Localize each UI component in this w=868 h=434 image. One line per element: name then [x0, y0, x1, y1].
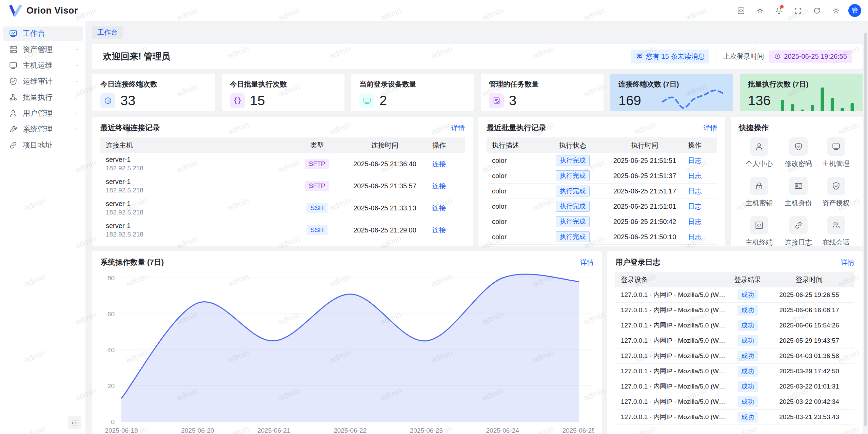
- table-row: 127.0.0.1 - 内网IP - Mozilla/5.0 (Windows …: [615, 287, 854, 303]
- login-device: 127.0.0.1 - 内网IP - Mozilla/5.0 (Windows …: [621, 397, 726, 406]
- unread-messages-badge[interactable]: 您有 15 条未读消息: [631, 50, 709, 63]
- bottom-row: 系统操作数量 (7日) 详情 0204060802025-06-192025-0…: [92, 251, 863, 434]
- quick-action-label: 主机密钥: [739, 199, 780, 208]
- execution-description: color: [492, 172, 544, 180]
- terminal-records-detail-link[interactable]: 详情: [451, 124, 465, 133]
- terminal-7d-sparkline: [660, 82, 728, 111]
- quick-action-host-key[interactable]: 主机密钥: [739, 177, 780, 208]
- type-badge: SFTP: [305, 181, 329, 191]
- quick-action-profile[interactable]: 个人中心: [739, 137, 780, 168]
- system-operations-chart-panel: 系统操作数量 (7日) 详情 0204060802025-06-192025-0…: [92, 251, 602, 434]
- sidebar-item-icon: [9, 141, 18, 150]
- login-result-badge: 成功: [737, 320, 758, 331]
- stat-value: 136: [748, 93, 771, 108]
- quick-action-online-session[interactable]: 在线会话: [817, 216, 855, 246]
- execution-status-badge: 执行完成: [556, 186, 590, 196]
- execution-description: color: [492, 233, 544, 241]
- fullscreen-icon[interactable]: [791, 3, 805, 18]
- login-device: 127.0.0.1 - 内网IP - Mozilla/5.0 (Windows …: [621, 336, 726, 345]
- table-row: 127.0.0.1 - 内网IP - Mozilla/5.0 (Windows …: [615, 333, 854, 348]
- connect-link[interactable]: 连接: [432, 204, 446, 212]
- sidebar-collapse-button[interactable]: [68, 416, 81, 429]
- login-device: 127.0.0.1 - 内网IP - Mozilla/5.0 (Windows …: [621, 352, 726, 360]
- svg-text:80: 80: [107, 275, 115, 282]
- execution-description: color: [492, 157, 544, 165]
- log-link[interactable]: 日志: [688, 218, 702, 225]
- log-link[interactable]: 日志: [688, 172, 702, 180]
- batch-records-detail-link[interactable]: 详情: [704, 124, 717, 133]
- connect-link[interactable]: 连接: [432, 182, 446, 190]
- login-time: 2025-03-21 23:53:43: [769, 413, 849, 421]
- execution-time: 2025-06-25 21:50:42: [601, 218, 688, 226]
- host-ip: 182.92.5.218: [106, 231, 297, 238]
- quick-action-change-password[interactable]: 修改密码: [780, 137, 817, 168]
- breadcrumb-item-workbench[interactable]: 工作台: [92, 26, 123, 39]
- execution-time: 2025-06-25 21:51:51: [601, 157, 688, 165]
- refresh-icon[interactable]: [810, 3, 824, 18]
- log-link[interactable]: 日志: [688, 187, 702, 195]
- quick-action-icon: [750, 137, 768, 156]
- sidebar-item-icon: [9, 93, 18, 102]
- api-doc-icon[interactable]: [734, 3, 748, 18]
- login-logs-detail-link[interactable]: 详情: [841, 258, 854, 267]
- table-row: color 执行完成 2025-06-25 21:51:37 日志: [487, 168, 717, 184]
- sidebar-item-project-url[interactable]: 项目地址: [3, 138, 83, 152]
- batch-7d-sparkline: [777, 82, 857, 111]
- svg-text:2025-06-25: 2025-06-25: [562, 427, 594, 434]
- sidebar-item-label: 用户管理: [23, 108, 69, 118]
- sidebar-item-label: 主机运维: [23, 60, 69, 71]
- quick-action-host-terminal[interactable]: 主机终端: [739, 216, 780, 246]
- settings-icon[interactable]: [829, 3, 843, 18]
- user-avatar[interactable]: 管: [848, 4, 861, 17]
- table-row: 127.0.0.1 - 内网IP - Mozilla/5.0 (Windows …: [615, 379, 854, 394]
- sidebar-item-batch-execution[interactable]: 批量执行: [3, 90, 83, 105]
- log-link[interactable]: 日志: [688, 157, 702, 164]
- log-link[interactable]: 日志: [688, 233, 702, 241]
- divider: [716, 52, 716, 61]
- login-result-badge: 成功: [737, 335, 758, 346]
- connect-link[interactable]: 连接: [432, 226, 446, 234]
- stat-card-terminal-today: 今日连接终端次数 33: [92, 74, 215, 111]
- execution-description: color: [492, 187, 544, 195]
- message-icon: [636, 53, 643, 60]
- system-ops-detail-link[interactable]: 详情: [580, 258, 594, 267]
- sidebar-item-host-ops[interactable]: 主机运维: [3, 58, 83, 73]
- stat-value: 2: [379, 93, 387, 108]
- log-link[interactable]: 日志: [688, 203, 702, 210]
- execution-time: 2025-06-25 21:51:17: [601, 187, 688, 195]
- table-row: 127.0.0.1 - 内网IP - Mozilla/5.0 (Windows …: [615, 364, 854, 379]
- sidebar-item-user-management[interactable]: 用户管理: [3, 106, 83, 120]
- quick-action-host-management[interactable]: 主机管理: [817, 137, 855, 168]
- quick-action-connection-log[interactable]: 连接日志: [780, 216, 817, 246]
- scrollbar-thumb[interactable]: [864, 33, 867, 426]
- sidebar-item-label: 系统管理: [23, 124, 69, 134]
- stat-card-managed-tasks: 管理的任务数量 3: [481, 74, 604, 111]
- host-ip: 182.92.5.218: [106, 165, 297, 172]
- sidebar-item-asset-management[interactable]: 资产管理: [3, 42, 83, 57]
- svg-text:2025-06-23: 2025-06-23: [410, 427, 443, 434]
- sidebar-item-workbench[interactable]: 工作台: [3, 26, 83, 41]
- quick-action-host-identity[interactable]: 主机身份: [780, 177, 817, 208]
- quick-action-asset-authorization[interactable]: 资产授权: [817, 177, 855, 208]
- login-time: 2025-06-06 16:08:17: [769, 306, 849, 314]
- svg-text:2025-06-19: 2025-06-19: [105, 427, 138, 434]
- login-time: 2025-05-29 19:43:57: [769, 337, 849, 344]
- svg-text:60: 60: [107, 310, 115, 318]
- table-row: 127.0.0.1 - 内网IP - Mozilla/5.0 (Windows …: [615, 394, 854, 410]
- clock-icon: [100, 93, 115, 108]
- table-row: server-1 182.92.5.218 SSH 2025-06-25 21:…: [100, 219, 465, 241]
- sidebar-item-label: 运维审计: [23, 76, 69, 87]
- chevron-down-icon: [74, 47, 79, 52]
- theme-icon[interactable]: [753, 3, 767, 18]
- connect-link[interactable]: 连接: [432, 160, 446, 168]
- sidebar-item-system-management[interactable]: 系统管理: [3, 122, 83, 136]
- notification-icon[interactable]: [772, 3, 786, 18]
- breadcrumb: 工作台: [92, 26, 863, 39]
- svg-text:2025-06-20: 2025-06-20: [181, 427, 214, 434]
- sidebar-item-ops-audit[interactable]: 运维审计: [3, 74, 83, 89]
- login-device: 127.0.0.1 - 内网IP - Mozilla/5.0 (Windows …: [621, 290, 726, 299]
- stat-value: 33: [120, 93, 136, 108]
- quick-action-icon: [827, 216, 845, 234]
- login-time: 2025-06-06 15:54:26: [769, 322, 849, 329]
- login-time: 2025-03-22 00:42:34: [769, 398, 849, 405]
